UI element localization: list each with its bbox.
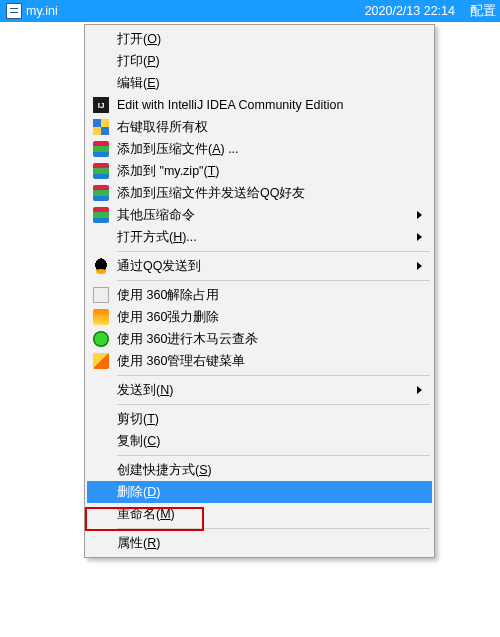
label: 使用 360管理右键菜单 <box>117 353 245 370</box>
label: 右键取得所有权 <box>117 119 208 136</box>
menu-archive-other[interactable]: 其他压缩命令 <box>87 204 432 226</box>
menu-copy[interactable]: 复制(C) <box>87 430 432 452</box>
menu-cut[interactable]: 剪切(T) <box>87 408 432 430</box>
menu-archive-add[interactable]: 添加到压缩文件(A) ... <box>87 138 432 160</box>
file-row[interactable]: my.ini 2020/2/13 22:14 配置 <box>0 0 500 22</box>
separator <box>117 455 430 456</box>
label: 创建快捷方式(S) <box>117 462 212 479</box>
label: 剪切(T) <box>117 411 159 428</box>
context-menu: 打开(O) 打印(P) 编辑(E) IJ Edit with IntelliJ … <box>84 24 435 558</box>
menu-print[interactable]: 打印(P) <box>87 50 432 72</box>
ini-file-icon <box>6 3 22 19</box>
label: 复制(C) <box>117 433 160 450</box>
label: 添加到压缩文件并发送给QQ好友 <box>117 185 305 202</box>
label: 属性(R) <box>117 535 160 552</box>
menu-archive-mail[interactable]: 添加到压缩文件并发送给QQ好友 <box>87 182 432 204</box>
360-icon <box>93 287 109 303</box>
submenu-arrow-icon <box>417 262 422 270</box>
menu-360-manage-context[interactable]: 使用 360管理右键菜单 <box>87 350 432 372</box>
file-date: 2020/2/13 22:14 <box>365 4 455 18</box>
separator <box>117 404 430 405</box>
label: 打开(O) <box>117 31 161 48</box>
menu-360-force-delete[interactable]: 使用 360强力删除 <box>87 306 432 328</box>
label: 添加到 "my.zip"(T) <box>117 163 220 180</box>
separator <box>117 375 430 376</box>
menu-rename[interactable]: 重命名(M) <box>87 503 432 525</box>
label: 打开方式(H)... <box>117 229 197 246</box>
label: 使用 360进行木马云查杀 <box>117 331 258 348</box>
label: 重命名(M) <box>117 506 175 523</box>
qq-icon <box>93 258 109 274</box>
menu-open[interactable]: 打开(O) <box>87 28 432 50</box>
menu-qq-send[interactable]: 通过QQ发送到 <box>87 255 432 277</box>
intellij-icon: IJ <box>93 97 109 113</box>
label: 使用 360解除占用 <box>117 287 219 304</box>
360-icon <box>93 331 109 347</box>
separator <box>117 528 430 529</box>
shield-icon <box>93 119 109 135</box>
menu-send-to[interactable]: 发送到(N) <box>87 379 432 401</box>
label: 编辑(E) <box>117 75 160 92</box>
menu-edit-intellij[interactable]: IJ Edit with IntelliJ IDEA Community Edi… <box>87 94 432 116</box>
label: 添加到压缩文件(A) ... <box>117 141 239 158</box>
archive-icon <box>93 185 109 201</box>
archive-icon <box>93 163 109 179</box>
menu-360-unlock[interactable]: 使用 360解除占用 <box>87 284 432 306</box>
archive-icon <box>93 207 109 223</box>
file-type: 配置 <box>470 3 496 20</box>
360-icon <box>93 309 109 325</box>
label: 发送到(N) <box>117 382 173 399</box>
label: 删除(D) <box>117 484 160 501</box>
menu-create-shortcut[interactable]: 创建快捷方式(S) <box>87 459 432 481</box>
menu-360-cloud-scan[interactable]: 使用 360进行木马云查杀 <box>87 328 432 350</box>
menu-archive-myzip[interactable]: 添加到 "my.zip"(T) <box>87 160 432 182</box>
label: Edit with IntelliJ IDEA Community Editio… <box>117 98 343 112</box>
label: 打印(P) <box>117 53 160 70</box>
label: 其他压缩命令 <box>117 207 195 224</box>
menu-properties[interactable]: 属性(R) <box>87 532 432 554</box>
submenu-arrow-icon <box>417 211 422 219</box>
file-name: my.ini <box>26 4 58 18</box>
separator <box>117 280 430 281</box>
archive-icon <box>93 141 109 157</box>
360-icon <box>93 353 109 369</box>
separator <box>117 251 430 252</box>
menu-take-ownership[interactable]: 右键取得所有权 <box>87 116 432 138</box>
menu-edit[interactable]: 编辑(E) <box>87 72 432 94</box>
label: 通过QQ发送到 <box>117 258 201 275</box>
submenu-arrow-icon <box>417 233 422 241</box>
submenu-arrow-icon <box>417 386 422 394</box>
label: 使用 360强力删除 <box>117 309 219 326</box>
menu-open-with[interactable]: 打开方式(H)... <box>87 226 432 248</box>
menu-delete[interactable]: 删除(D) <box>87 481 432 503</box>
